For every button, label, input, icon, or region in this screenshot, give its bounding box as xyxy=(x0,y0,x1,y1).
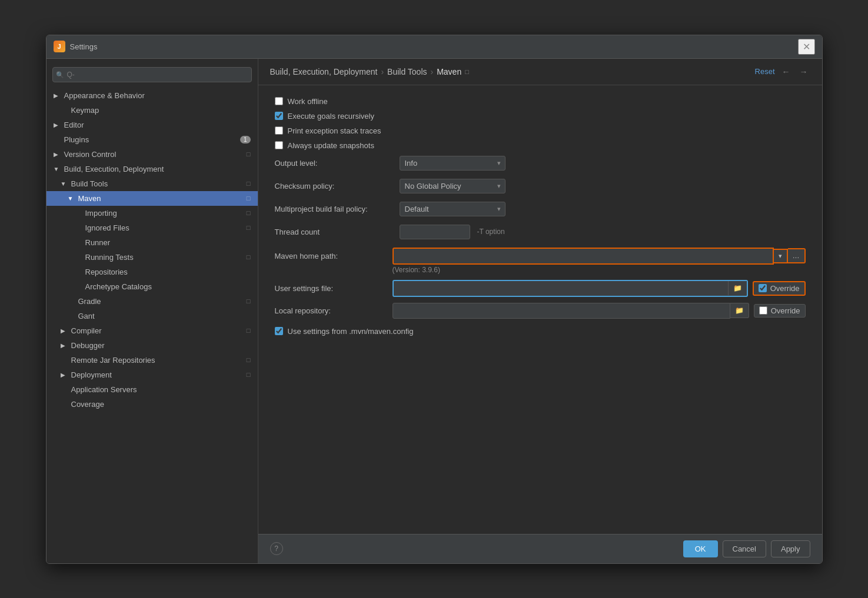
sidebar-item-plugins[interactable]: Plugins 1 xyxy=(46,132,258,147)
sidebar-item-importing[interactable]: Importing □ xyxy=(46,206,258,221)
pin-icon: □ xyxy=(247,195,251,202)
local-repo-browse-button[interactable]: 📁 xyxy=(730,303,749,318)
multiproject-select[interactable]: Default At End Never xyxy=(400,202,505,216)
use-settings-label: Use settings from .mvn/maven.config xyxy=(288,327,414,336)
local-override-checkbox[interactable] xyxy=(759,306,767,315)
pin-icon: □ xyxy=(247,253,251,260)
back-button[interactable]: ← xyxy=(780,66,793,78)
sidebar-item-running-tests[interactable]: Running Tests □ xyxy=(46,250,258,265)
sidebar-item-label: Plugins xyxy=(64,135,89,144)
sidebar-item-maven[interactable]: ▼ Maven □ xyxy=(46,191,258,206)
search-input[interactable] xyxy=(52,67,252,82)
execute-goals-checkbox[interactable] xyxy=(275,112,283,120)
thread-count-input[interactable] xyxy=(400,225,470,239)
pin-icon: □ xyxy=(247,371,251,378)
pin-icon: □ xyxy=(247,180,251,187)
titlebar: J Settings ✕ xyxy=(46,35,822,59)
close-button[interactable]: ✕ xyxy=(798,39,815,55)
bottom-right: OK Cancel Apply xyxy=(683,540,810,557)
sidebar-item-label: Gant xyxy=(78,312,95,320)
sidebar-item-gant[interactable]: Gant xyxy=(46,309,258,323)
sidebar-item-application-servers[interactable]: Application Servers xyxy=(46,382,258,397)
breadcrumb: Build, Execution, Deployment › Build Too… xyxy=(270,67,469,76)
sidebar-item-appearance-behavior[interactable]: ▶ Appearance & Behavior xyxy=(46,88,258,103)
sidebar-item-version-control[interactable]: ▶ Version Control □ xyxy=(46,147,258,162)
sidebar-item-gradle[interactable]: Gradle □ xyxy=(46,294,258,309)
local-repo-row: Local repository: D:\maven\apache-maven-… xyxy=(275,303,806,319)
search-box xyxy=(46,64,258,86)
sidebar-item-label: Application Servers xyxy=(71,385,137,394)
form-area: Work offline Execute goals recursively P… xyxy=(258,85,822,534)
sidebar-item-compiler[interactable]: ▶ Compiler □ xyxy=(46,323,258,338)
sidebar-item-editor[interactable]: ▶ Editor xyxy=(46,118,258,132)
print-exception-checkbox[interactable] xyxy=(275,126,283,135)
sidebar-item-label: Runner xyxy=(85,238,111,247)
maven-home-browse-button[interactable]: … xyxy=(788,248,806,263)
forward-button[interactable]: → xyxy=(797,66,810,78)
always-update-row: Always update snapshots xyxy=(275,141,806,150)
sidebar-item-coverage[interactable]: Coverage xyxy=(46,397,258,412)
breadcrumb-sep-1: › xyxy=(381,67,384,76)
breadcrumb-bar: Build, Execution, Deployment › Build Too… xyxy=(258,59,822,85)
expand-arrow: ▼ xyxy=(61,181,68,187)
override-label: Override xyxy=(770,284,800,293)
thread-count-row: Thread count -T option xyxy=(275,225,806,239)
sidebar-item-label: Appearance & Behavior xyxy=(64,91,145,100)
window-title: Settings xyxy=(70,42,793,51)
expand-arrow: ▼ xyxy=(68,195,75,202)
checksum-policy-select[interactable]: No Global Policy Warn Fail Ignore xyxy=(400,179,505,193)
local-override-box: Override xyxy=(754,304,806,318)
sidebar-item-deployment[interactable]: ▶ Deployment □ xyxy=(46,368,258,382)
maven-home-dropdown-button[interactable]: ▾ xyxy=(774,249,788,263)
user-settings-input[interactable]: D:\maven\apache-maven-3.9.6\conf\setting… xyxy=(394,281,728,296)
user-settings-browse-button[interactable]: 📁 xyxy=(728,281,747,295)
plugins-badge: 1 xyxy=(240,136,251,143)
reset-button[interactable]: Reset xyxy=(755,67,775,76)
apply-button[interactable]: Apply xyxy=(771,540,810,557)
expand-arrow: ▶ xyxy=(54,92,61,99)
maven-home-label: Maven home path: xyxy=(275,252,393,260)
checksum-policy-label: Checksum policy: xyxy=(275,182,393,191)
expand-arrow: ▶ xyxy=(61,328,68,334)
sidebar-item-runner[interactable]: Runner xyxy=(46,235,258,250)
pin-icon: □ xyxy=(247,224,251,231)
multiproject-select-wrapper: Default At End Never xyxy=(400,202,505,216)
expand-arrow: ▶ xyxy=(61,372,68,378)
maven-version-label: (Version: 3.9.6) xyxy=(275,266,806,274)
output-level-label: Output level: xyxy=(275,159,393,168)
maven-home-input[interactable]: D:\maven\apache-maven-3.9.6 xyxy=(393,248,774,265)
t-option-label: -T option xyxy=(477,228,505,236)
cancel-button[interactable]: Cancel xyxy=(723,540,766,557)
user-settings-label: User settings file: xyxy=(275,284,393,293)
sidebar-item-debugger[interactable]: ▶ Debugger xyxy=(46,338,258,353)
sidebar-item-ignored-files[interactable]: Ignored Files □ xyxy=(46,221,258,235)
breadcrumb-pin-icon[interactable]: □ xyxy=(465,68,469,75)
output-level-select[interactable]: Info Debug Quiet xyxy=(400,156,505,171)
main-panel: Build, Execution, Deployment › Build Too… xyxy=(258,59,822,563)
use-settings-checkbox[interactable] xyxy=(275,327,283,335)
sidebar-item-keymap[interactable]: Keymap xyxy=(46,103,258,118)
override-checkbox[interactable] xyxy=(759,284,767,292)
sidebar: ▶ Appearance & Behavior Keymap ▶ Editor … xyxy=(46,59,258,563)
ok-button[interactable]: OK xyxy=(683,540,718,557)
expand-arrow: ▶ xyxy=(54,151,61,158)
print-exception-row: Print exception stack traces xyxy=(275,126,806,135)
help-button[interactable]: ? xyxy=(270,542,283,555)
sidebar-item-label: Editor xyxy=(64,121,84,129)
sidebar-item-remote-jar-repositories[interactable]: Remote Jar Repositories □ xyxy=(46,353,258,368)
execute-goals-row: Execute goals recursively xyxy=(275,112,806,121)
work-offline-checkbox[interactable] xyxy=(275,97,283,105)
local-repo-input[interactable]: D:\maven\apache-maven-3.9.6\jar xyxy=(393,303,730,319)
pin-icon: □ xyxy=(247,356,251,363)
sidebar-item-label: Importing xyxy=(85,209,117,218)
sidebar-item-build-exec-deploy[interactable]: ▼ Build, Execution, Deployment xyxy=(46,162,258,176)
sidebar-item-repositories[interactable]: Repositories xyxy=(46,265,258,279)
sidebar-item-archetype-catalogs[interactable]: Archetype Catalogs xyxy=(46,279,258,294)
always-update-checkbox[interactable] xyxy=(275,141,283,149)
multiproject-row: Multiproject build fail policy: Default … xyxy=(275,202,806,216)
multiproject-label: Multiproject build fail policy: xyxy=(275,205,393,213)
breadcrumb-part-3: Maven xyxy=(437,67,461,76)
sidebar-item-build-tools[interactable]: ▼ Build Tools □ xyxy=(46,176,258,191)
work-offline-label: Work offline xyxy=(288,97,328,106)
sidebar-item-label: Remote Jar Repositories xyxy=(71,356,155,365)
